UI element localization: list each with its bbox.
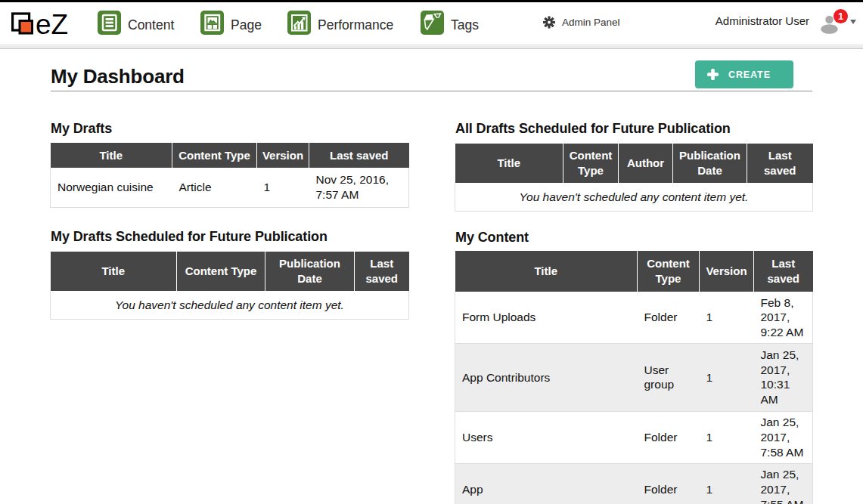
- svg-text:eZ: eZ: [36, 11, 68, 40]
